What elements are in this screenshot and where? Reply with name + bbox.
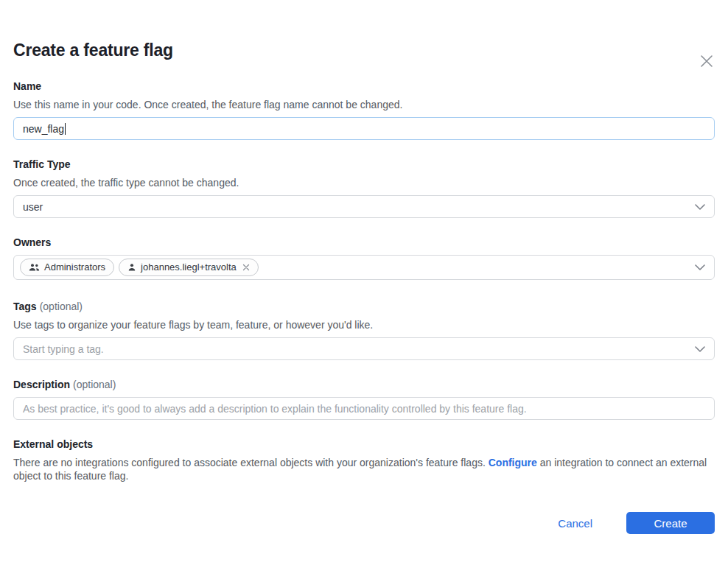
description-label-text: Description — [13, 379, 70, 390]
person-icon — [127, 263, 136, 272]
description-section: Description(optional) As best practice, … — [13, 378, 715, 420]
external-objects-label: External objects — [13, 438, 715, 451]
description-placeholder: As best practice, it's good to always ad… — [23, 403, 527, 415]
tags-label: Tags(optional) — [13, 300, 715, 313]
description-optional-text: (optional) — [73, 379, 116, 390]
description-input[interactable]: As best practice, it's good to always ad… — [13, 397, 715, 420]
traffic-type-section: Traffic Type Once created, the traffic t… — [13, 158, 715, 218]
create-feature-flag-dialog: Create a feature flag Name Use this name… — [0, 40, 728, 534]
name-input-value: new_flag — [23, 123, 64, 135]
chevron-down-icon — [695, 264, 705, 270]
name-label: Name — [13, 80, 715, 93]
tags-section: Tags(optional) Use tags to organize your… — [13, 300, 715, 360]
traffic-type-helper: Once created, the traffic type cannot be… — [13, 176, 715, 189]
group-icon — [29, 263, 40, 272]
traffic-type-select[interactable]: user — [13, 195, 715, 218]
tags-input[interactable]: Start typing a tag. — [13, 337, 715, 360]
dialog-footer: Cancel Create — [13, 512, 715, 534]
text-caret — [65, 123, 66, 135]
traffic-type-selected-value: user — [23, 201, 43, 213]
close-icon — [699, 53, 715, 69]
owner-chip-administrators[interactable]: Administrators — [20, 259, 114, 276]
owner-chip-user[interactable]: johannes.liegl+travolta — [119, 259, 259, 276]
external-text-before: There are no integrations configured to … — [13, 457, 489, 468]
chevron-down-icon — [695, 346, 705, 352]
name-helper: Use this name in your code. Once created… — [13, 98, 715, 111]
remove-owner-button[interactable] — [242, 264, 250, 271]
external-objects-text: There are no integrations configured to … — [13, 456, 715, 482]
create-button[interactable]: Create — [626, 512, 715, 534]
description-label: Description(optional) — [13, 378, 715, 391]
owners-label: Owners — [13, 236, 715, 249]
dialog-title: Create a feature flag — [13, 40, 715, 60]
tags-placeholder: Start typing a tag. — [23, 343, 104, 355]
owner-chip-label: Administrators — [44, 259, 105, 275]
traffic-type-label: Traffic Type — [13, 158, 715, 171]
tags-optional-text: (optional) — [40, 301, 83, 312]
name-section: Name Use this name in your code. Once cr… — [13, 80, 715, 140]
tags-label-text: Tags — [13, 301, 37, 312]
chevron-down-icon — [695, 204, 705, 210]
configure-link[interactable]: Configure — [489, 457, 537, 468]
owners-section: Owners Administrators — [13, 236, 715, 280]
external-objects-section: External objects There are no integratio… — [13, 438, 715, 482]
tags-helper: Use tags to organize your feature flags … — [13, 318, 715, 331]
owners-multiselect[interactable]: Administrators johannes.liegl+travolta — [13, 255, 715, 280]
cancel-button[interactable]: Cancel — [550, 513, 600, 534]
remove-x-icon — [242, 264, 250, 271]
close-button[interactable] — [697, 52, 716, 71]
owner-chip-label: johannes.liegl+travolta — [141, 259, 237, 275]
owners-chip-list: Administrators johannes.liegl+travolta — [20, 259, 695, 276]
name-input[interactable]: new_flag — [13, 117, 715, 140]
